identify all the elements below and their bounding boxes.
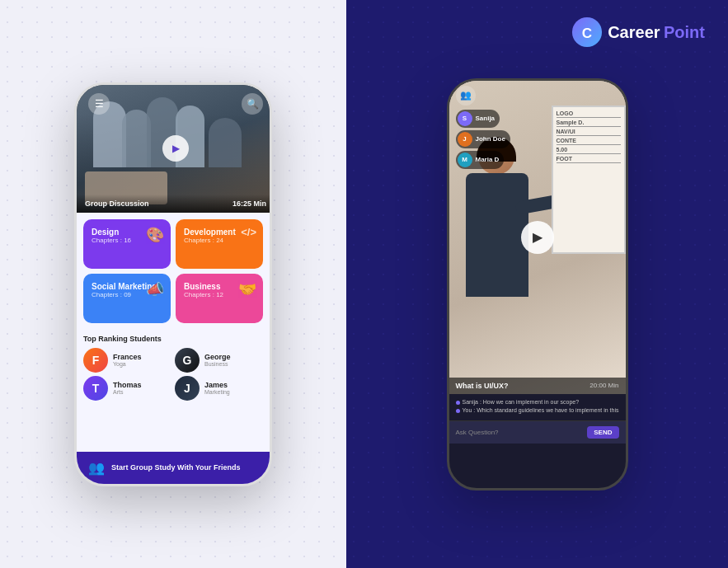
bottom-bar[interactable]: 👥 Start Group Study With Your Friends	[77, 452, 270, 484]
brand: C Career Point	[571, 16, 705, 48]
rankings-title: Top Ranking Students	[83, 335, 263, 343]
phone-right: LOGO Sample D. NAV/UI CONTE 5.00 FOOT ▶ …	[447, 78, 628, 491]
avatar-george: G	[175, 348, 200, 373]
send-button[interactable]: SEND	[587, 426, 618, 439]
video-info-bar: What is UI/UX? 20:00 Min	[449, 378, 626, 394]
chat-message-2: You : Which standard guidelines we have …	[456, 407, 619, 413]
chat-area: Sanija : How we can implement in our sco…	[449, 394, 626, 420]
ask-question-bar[interactable]: Ask Question? SEND	[449, 420, 626, 444]
design-icon: 🎨	[146, 226, 164, 244]
dev-icon: </>	[241, 226, 256, 238]
student-thomas: T Thomas Arts	[83, 376, 171, 401]
video-area: LOGO Sample D. NAV/UI CONTE 5.00 FOOT ▶ …	[449, 81, 626, 394]
menu-icon[interactable]: ☰	[88, 93, 110, 115]
video-caption-left: Group Discussion 16:25 Min	[77, 195, 272, 213]
category-grid: Design Chapters : 16 🎨 Development Chapt…	[77, 213, 270, 330]
play-button-right[interactable]: ▶	[521, 221, 554, 254]
student-role-george: Business	[204, 361, 231, 367]
participant-mariad: M Maria D	[456, 151, 505, 169]
chat-text-2: You : Which standard guidelines we have …	[463, 407, 619, 413]
brand-logo-icon: C	[571, 16, 603, 48]
group-icon: 👥	[456, 86, 476, 106]
student-name-frances: Frances	[113, 353, 142, 361]
cat-social-marketing[interactable]: Social Marketing Chapters : 09 📣	[83, 274, 171, 323]
participant-johndoe: J John Doe	[456, 130, 510, 148]
student-name-thomas: Thomas	[113, 381, 142, 389]
play-button-left[interactable]: ▶	[162, 135, 189, 162]
student-role-thomas: Arts	[113, 389, 142, 395]
students-grid: F Frances Yoga G George Business	[83, 348, 263, 401]
cat-business[interactable]: Business Chapters : 12 🤝	[176, 274, 263, 323]
chat-text-1: Sanija : How we can implement in our sco…	[463, 399, 580, 405]
left-panel: ☰ 🔍 ▶ Group Discussion 16:25 Min Design …	[0, 0, 346, 568]
avatar-frances: F	[83, 348, 108, 373]
participants-overlay: 👥 S Sanija J John Doe M Maria D	[449, 81, 626, 174]
participant-sanija: S Sanija	[456, 110, 500, 128]
participant-name-mariad: Maria D	[476, 156, 500, 163]
chat-message-1: Sanija : How we can implement in our sco…	[456, 399, 619, 405]
student-name-james: James	[204, 381, 230, 389]
social-marketing-icon: 📣	[146, 280, 164, 298]
search-icon[interactable]: 🔍	[242, 93, 263, 115]
student-name-george: George	[204, 353, 231, 361]
cat-development[interactable]: Development Chapters : 24 </>	[176, 219, 263, 269]
avatar-james: J	[175, 376, 200, 401]
participant-name-johndoe: John Doe	[476, 135, 505, 143]
student-george: G George Business	[175, 348, 263, 373]
avatar-thomas: T	[83, 376, 108, 401]
caption-title: Group Discussion	[85, 200, 149, 208]
group-study-icon: 👥	[88, 460, 105, 476]
video-title: What is UI/UX?	[456, 382, 509, 390]
student-frances: F Frances Yoga	[83, 348, 171, 373]
student-role-frances: Yoga	[113, 361, 142, 367]
caption-time: 16:25 Min	[232, 200, 266, 208]
svg-text:C: C	[582, 26, 592, 41]
right-panel: C Career Point	[346, 0, 728, 568]
business-icon: 🤝	[238, 280, 256, 298]
phone-header-bar: ☰ 🔍	[77, 85, 272, 123]
video-time: 20:00 Min	[589, 382, 618, 390]
phone-left: ☰ 🔍 ▶ Group Discussion 16:25 Min Design …	[74, 82, 272, 486]
student-james: J James Marketing	[175, 376, 263, 401]
bottom-bar-text: Start Group Study With Your Friends	[111, 463, 241, 472]
student-role-james: Marketing	[204, 389, 230, 395]
participant-name-sanija: Sanija	[476, 115, 496, 122]
brand-name: Career Point	[608, 23, 705, 42]
rankings-section: Top Ranking Students F Frances Yoga G	[77, 330, 270, 404]
cat-design[interactable]: Design Chapters : 16 🎨	[83, 219, 171, 269]
ask-question-input[interactable]: Ask Question?	[456, 429, 583, 436]
